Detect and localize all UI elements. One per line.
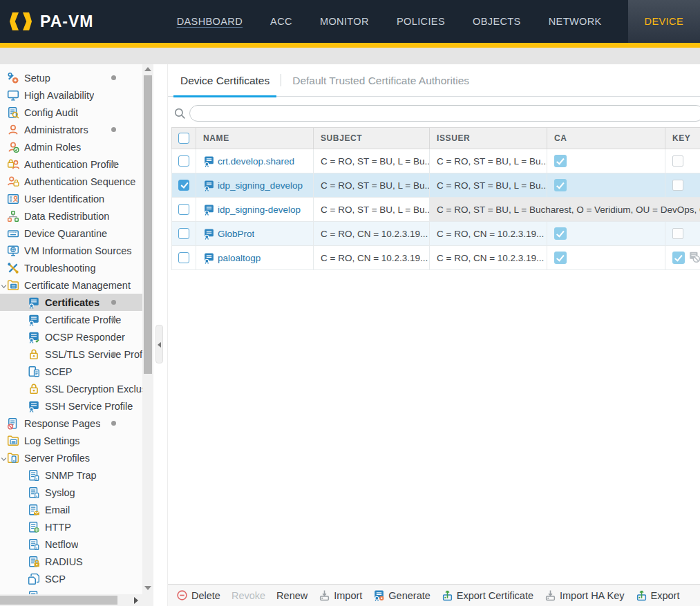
sidebar-collapse-handle[interactable] <box>155 325 163 363</box>
nav-item-device[interactable]: DEVICE <box>628 0 700 43</box>
sidebar-item-certificate-profile[interactable]: Certificate Profile <box>0 311 142 328</box>
nav-item-policies[interactable]: POLICIES <box>383 0 459 43</box>
row-checkbox[interactable] <box>178 204 189 215</box>
table-row[interactable]: crt.develop.sharedC = RO, ST = BU, L = B… <box>171 149 700 173</box>
scroll-down-arrow-icon[interactable] <box>144 586 151 590</box>
column-header-subject[interactable]: SUBJECT <box>314 127 430 149</box>
sidebar-item-netflow[interactable]: Netflow <box>0 536 142 553</box>
select-all-checkbox[interactable] <box>178 133 189 144</box>
sidebar-item-troubleshooting[interactable]: Troubleshooting <box>0 259 142 276</box>
certificate-link[interactable]: paloaltogp <box>203 252 261 264</box>
renew-button[interactable]: Renew <box>276 590 308 601</box>
sidebar-item-scp[interactable]: SCP <box>0 570 142 587</box>
column-header-issuer[interactable]: ISSUER <box>430 127 547 149</box>
generate-button[interactable]: Generate <box>373 589 430 601</box>
column-header-ca[interactable]: CA <box>547 127 665 149</box>
name-cell: idp_signing-develop <box>196 198 314 221</box>
sidebar-horizontal-scrollbar[interactable] <box>0 594 153 606</box>
sidebar-item-syslog[interactable]: Syslog <box>0 484 142 501</box>
table-row[interactable]: idp_signing-developC = RO, ST = BU, L = … <box>171 198 700 222</box>
ca-checked-icon <box>554 179 567 191</box>
nav-item-dashboard[interactable]: DASHBOARD <box>163 0 256 43</box>
column-header-key[interactable]: KEY <box>665 127 700 149</box>
export-icon <box>442 589 453 601</box>
sidebar-item-config-audit[interactable]: Config Audit <box>0 104 142 121</box>
sidebar-item-radius[interactable]: RADIUS <box>0 553 142 570</box>
nav-item-acc[interactable]: ACC <box>256 0 306 43</box>
sidebar-item-ssl-tls-service-profile[interactable]: SSL/TLS Service Profile <box>0 345 142 363</box>
sidebar-item-ocsp-responder[interactable]: OCSP Responder <box>0 328 142 345</box>
sidebar-item-scep[interactable]: SCEP <box>0 363 142 380</box>
ca-cell <box>547 149 665 173</box>
tab-device-certificates[interactable]: Device Certificates <box>173 75 276 96</box>
certificate-link[interactable]: crt.develop.shared <box>203 155 294 167</box>
sidebar-item-server-profiles[interactable]: Server Profiles <box>0 449 142 466</box>
delete-button[interactable]: Delete <box>176 589 220 601</box>
certificate-link[interactable]: idp_signing-develop <box>203 204 301 216</box>
import-ha-key-button[interactable]: Import HA Key <box>545 589 624 601</box>
search-input[interactable] <box>189 105 700 122</box>
vertical-scroll-thumb[interactable] <box>144 75 152 374</box>
row-checkbox[interactable] <box>178 180 189 191</box>
sidebar-item-admin-roles[interactable]: Admin Roles <box>0 138 142 155</box>
table-row[interactable]: GlobProtC = RO, CN = 10.2.3.19...C = RO,… <box>171 222 700 246</box>
sidebar-item-certificates[interactable]: Certificates <box>0 294 142 311</box>
row-checkbox[interactable] <box>178 155 189 167</box>
ca-checked-icon <box>554 155 567 167</box>
certificate-link[interactable]: idp_signing_develop <box>203 180 303 191</box>
row-checkbox[interactable] <box>178 228 189 239</box>
sidebar-item-label: RADIUS <box>45 556 83 567</box>
column-header-name[interactable]: NAME <box>196 127 314 149</box>
nav-item-network[interactable]: NETWORK <box>535 0 616 43</box>
sidebar-item-log-settings[interactable]: Log Settings <box>0 432 142 449</box>
scroll-right-arrow-icon[interactable] <box>134 597 138 604</box>
sidebar-item-administrators[interactable]: Administrators <box>0 121 142 138</box>
sidebar-item-data-redistribution[interactable]: Data Redistribution <box>0 207 142 225</box>
table-row[interactable]: paloaltogpC = RO, CN = 10.2.3.19...C = R… <box>171 246 700 270</box>
sidebar-item-device-quarantine[interactable]: Device Quarantine <box>0 225 142 242</box>
export-certificate-button[interactable]: Export Certificate <box>442 589 533 601</box>
sidebar-item-email[interactable]: Email <box>0 501 142 518</box>
sidebar-item-setup[interactable]: Setup <box>0 69 142 86</box>
nav-item-objects[interactable]: OBJECTS <box>459 0 535 43</box>
sidebar-item-authentication-profile[interactable]: Authentication Profile <box>0 155 142 173</box>
issuer-cell: C = RO, ST = BU, L = Bu... <box>430 173 547 197</box>
sidebar-item-user-identification[interactable]: User Identification <box>0 190 142 207</box>
scroll-up-arrow-icon[interactable] <box>144 67 151 71</box>
sidebar: SetupHigh AvailabilityConfig AuditAdmini… <box>0 64 153 606</box>
table-row[interactable]: idp_signing_developC = RO, ST = BU, L = … <box>171 173 700 198</box>
netflow-icon <box>28 538 40 551</box>
nav-item-monitor[interactable]: MONITOR <box>306 0 383 43</box>
sidebar-item-label: SSH Service Profile <box>45 401 133 412</box>
sidebar-item-vm-information-sources[interactable]: VM Information Sources <box>0 242 142 259</box>
horizontal-scroll-thumb[interactable] <box>0 596 117 605</box>
sidebar-item-label: SSL Decryption Exclusio <box>45 384 142 395</box>
sidebar-item-high-availability[interactable]: High Availability <box>0 86 142 104</box>
main-panel: Device Certificates Default Trusted Cert… <box>167 64 700 606</box>
sidebar-item-ssl-decryption-exclusio[interactable]: SSL Decryption Exclusio <box>0 380 142 397</box>
import-button[interactable]: Import <box>319 589 362 601</box>
sidebar-item-label: VM Information Sources <box>24 245 132 256</box>
key-cell <box>665 246 700 269</box>
sidebar-item-authentication-sequence[interactable]: Authentication Sequence <box>0 173 142 190</box>
sidebar-item-snmp-trap[interactable]: SNMP Trap <box>0 466 142 484</box>
sidebar-item-http[interactable]: HTTP <box>0 518 142 536</box>
sidebar-item-response-pages[interactable]: Response Pages <box>0 415 142 432</box>
subject-cell: C = RO, CN = 10.2.3.19... <box>314 222 430 245</box>
sidebar-item-ssh-service-profile[interactable]: SSH Service Profile <box>0 397 142 415</box>
chevron-down-icon[interactable] <box>0 281 8 289</box>
certificate-link[interactable]: GlobProt <box>203 228 254 240</box>
key-cell <box>665 173 700 197</box>
sidebar-item-certificate-management[interactable]: Certificate Management <box>0 276 142 294</box>
chevron-down-icon[interactable] <box>0 454 8 462</box>
status-dot-icon <box>111 300 116 305</box>
sidebar-item-label: Authentication Profile <box>24 159 119 170</box>
brand-accent-stripe <box>0 43 700 48</box>
row-checkbox[interactable] <box>178 252 189 263</box>
name-cell: paloaltogp <box>196 246 314 269</box>
row-checkbox-cell <box>171 198 196 221</box>
export-button[interactable]: Export <box>636 589 680 601</box>
tab-default-trusted-certificate-authorities[interactable]: Default Trusted Certificate Authorities <box>285 75 476 96</box>
paloalto-logo-icon <box>10 11 33 32</box>
sidebar-vertical-scrollbar[interactable] <box>142 64 153 594</box>
